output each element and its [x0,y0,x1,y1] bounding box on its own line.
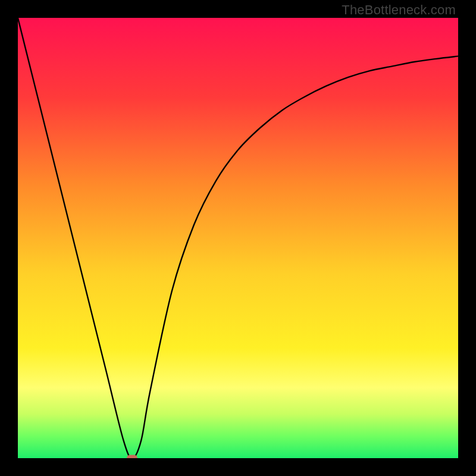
minimum-marker [127,455,137,459]
plot-area [18,18,458,458]
bottleneck-curve [18,18,458,458]
chart-frame: TheBottleneck.com [0,0,476,476]
watermark-label: TheBottleneck.com [342,2,456,18]
